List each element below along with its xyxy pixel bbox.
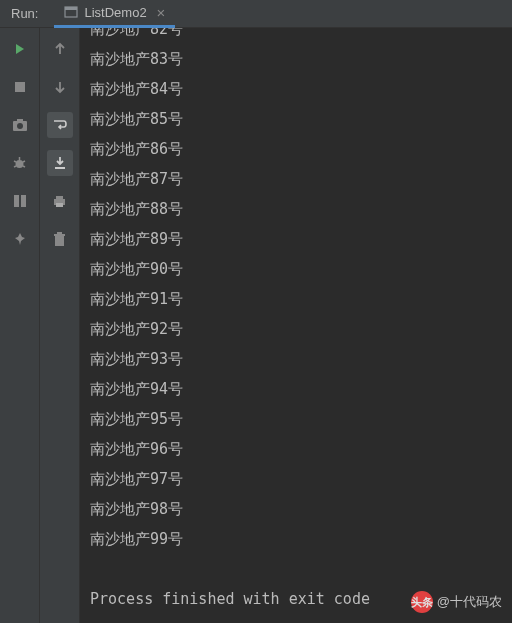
console-line: 南沙地产83号 [90,44,512,74]
console-line: 南沙地产92号 [90,314,512,344]
svg-rect-17 [55,236,64,246]
console-line: 南沙地产87号 [90,164,512,194]
svg-rect-2 [15,82,25,92]
console-line: 南沙地产84号 [90,74,512,104]
run-tab[interactable]: ListDemo2 × [54,0,175,28]
svg-rect-18 [54,234,65,236]
watermark-badge: 头条 [411,591,433,613]
console-line: 南沙地产99号 [90,524,512,554]
console-line: 南沙地产91号 [90,284,512,314]
run-button[interactable] [7,36,33,62]
main-area: 南沙地产82号 南沙地产83号 南沙地产84号 南沙地产85号 南沙地产86号 … [0,28,512,623]
svg-rect-4 [17,119,23,122]
watermark: 头条 @十代码农 [411,591,502,613]
run-config-icon [64,5,78,19]
console-line: 南沙地产93号 [90,344,512,374]
camera-icon[interactable] [7,112,33,138]
svg-rect-19 [57,232,62,234]
svg-line-11 [23,166,25,167]
layout-icon[interactable] [7,188,33,214]
console-line: 南沙地产85号 [90,104,512,134]
close-icon[interactable]: × [157,4,166,21]
trash-icon[interactable] [47,226,73,252]
console-line: 南沙地产97号 [90,464,512,494]
console-line: 南沙地产82号 [90,28,512,44]
console-line: 南沙地产95号 [90,404,512,434]
svg-rect-1 [65,7,77,10]
console-line: 南沙地产98号 [90,494,512,524]
console-line: 南沙地产90号 [90,254,512,284]
stop-button[interactable] [7,74,33,100]
print-icon[interactable] [47,188,73,214]
svg-point-5 [17,123,23,129]
run-header: Run: ListDemo2 × [0,0,512,28]
console-line: 南沙地产86号 [90,134,512,164]
svg-rect-12 [14,195,19,207]
run-label: Run: [3,6,46,21]
watermark-author: @十代码农 [437,593,502,611]
empty-line [90,554,512,584]
svg-line-8 [14,161,16,162]
svg-point-6 [16,160,24,168]
scroll-down-icon[interactable] [47,74,73,100]
svg-line-9 [23,161,25,162]
pin-icon[interactable] [7,226,33,252]
soft-wrap-icon[interactable] [47,112,73,138]
left-toolbar [0,28,40,623]
scroll-up-icon[interactable] [47,36,73,62]
console-line: 南沙地产96号 [90,434,512,464]
console-line: 南沙地产94号 [90,374,512,404]
console-output[interactable]: 南沙地产82号 南沙地产83号 南沙地产84号 南沙地产85号 南沙地产86号 … [80,28,512,623]
debug-icon[interactable] [7,150,33,176]
scroll-to-end-icon[interactable] [47,150,73,176]
tab-label: ListDemo2 [84,5,146,20]
console-line: 南沙地产89号 [90,224,512,254]
console-toolbar [40,28,80,623]
console-line: 南沙地产88号 [90,194,512,224]
svg-line-10 [14,166,16,167]
svg-rect-13 [21,195,26,207]
svg-rect-16 [56,203,63,207]
svg-rect-15 [56,196,63,199]
